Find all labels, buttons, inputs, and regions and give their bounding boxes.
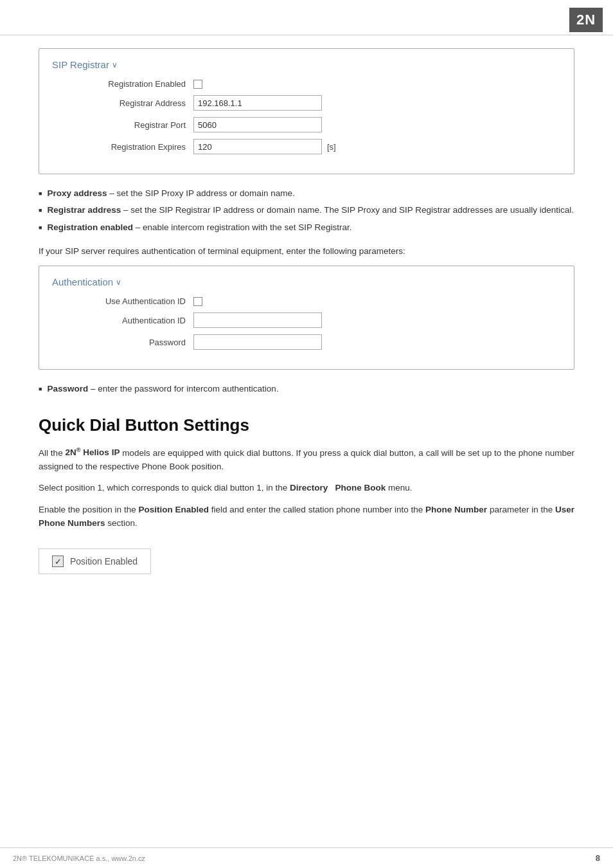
para-3: Select position 1, which corresponds to … (39, 481, 574, 495)
bullet-registrar-address: Registrar address – set the SIP Registra… (39, 204, 574, 217)
position-enabled-bold: Position Enabled (138, 505, 209, 514)
registration-expires-label: Registration Expires (52, 142, 193, 152)
authentication-box: Authentication ∨ Use Authentication ID A… (39, 266, 574, 370)
registrar-port-input[interactable] (193, 117, 322, 132)
registrar-address-label: Registrar Address (52, 98, 193, 108)
directory-phone-book-bold: Directory Phone Book (290, 483, 386, 493)
page-content: SIP Registrar ∨ Registration Enabled Reg… (0, 35, 613, 597)
user-phone-numbers-bold: User Phone Numbers (39, 505, 574, 529)
registration-expires-row: Registration Expires [s] (52, 139, 561, 154)
password-input[interactable] (193, 334, 322, 350)
registrar-port-row: Registrar Port (52, 117, 561, 132)
position-enabled-label: Position Enabled (70, 556, 138, 566)
registration-enabled-checkbox[interactable] (193, 80, 202, 89)
page-footer: 2N® TELEKOMUNIKACE a.s., www.2n.cz 8 (0, 847, 613, 868)
registration-enabled-row: Registration Enabled (52, 79, 561, 89)
auth-id-input[interactable] (193, 312, 322, 328)
phone-number-bold: Phone Number (425, 505, 487, 514)
use-auth-id-checkbox[interactable] (193, 297, 202, 306)
use-auth-id-row: Use Authentication ID (52, 296, 561, 306)
use-auth-id-label: Use Authentication ID (52, 296, 193, 306)
auth-id-label: Authentication ID (52, 316, 193, 325)
sip-registrar-chevron[interactable]: ∨ (112, 60, 118, 69)
registration-expires-input[interactable] (193, 139, 322, 154)
authentication-chevron[interactable]: ∨ (116, 278, 121, 287)
footer-left: 2N® TELEKOMUNIKACE a.s., www.2n.cz (13, 854, 145, 862)
registrar-address-bold: Registrar address (47, 205, 121, 215)
page-header: 2N (0, 0, 613, 35)
proxy-address-bold: Proxy address (47, 188, 107, 198)
registration-enabled-bold: Registration enabled (47, 222, 133, 232)
position-enabled-box: ✓ Position Enabled (39, 548, 151, 574)
auth-id-row: Authentication ID (52, 312, 561, 328)
logo: 2N (569, 8, 603, 32)
password-row: Password (52, 334, 561, 350)
authentication-title: Authentication ∨ (52, 276, 561, 287)
para-4: Enable the position in the Position Enab… (39, 503, 574, 530)
registration-expires-unit: [s] (327, 142, 336, 152)
registrar-address-input[interactable] (193, 95, 322, 111)
registrar-port-label: Registrar Port (52, 120, 193, 130)
para-1: If your SIP server requires authenticati… (39, 244, 574, 258)
brand-bold: 2N® Helios IP (66, 448, 120, 457)
registrar-address-row: Registrar Address (52, 95, 561, 111)
bullet-proxy-address: Proxy address – set the SIP Proxy IP add… (39, 187, 574, 200)
password-bold: Password (47, 384, 88, 393)
registration-enabled-label: Registration Enabled (52, 79, 193, 89)
bullets-list-2: Password – enter the password for interc… (39, 383, 574, 395)
sip-registrar-box: SIP Registrar ∨ Registration Enabled Reg… (39, 48, 574, 174)
section-heading: Quick Dial Button Settings (39, 415, 574, 435)
bullets-list-1: Proxy address – set the SIP Proxy IP add… (39, 187, 574, 234)
password-label: Password (52, 338, 193, 347)
sip-registrar-title: SIP Registrar ∨ (52, 59, 561, 70)
footer-page: 8 (596, 853, 600, 863)
bullet-registration-enabled: Registration enabled – enable intercom r… (39, 221, 574, 234)
position-enabled-checkbox[interactable]: ✓ (52, 556, 64, 567)
para-2: All the 2N® Helios IP models are equippe… (39, 446, 574, 474)
bullet-password: Password – enter the password for interc… (39, 383, 574, 395)
